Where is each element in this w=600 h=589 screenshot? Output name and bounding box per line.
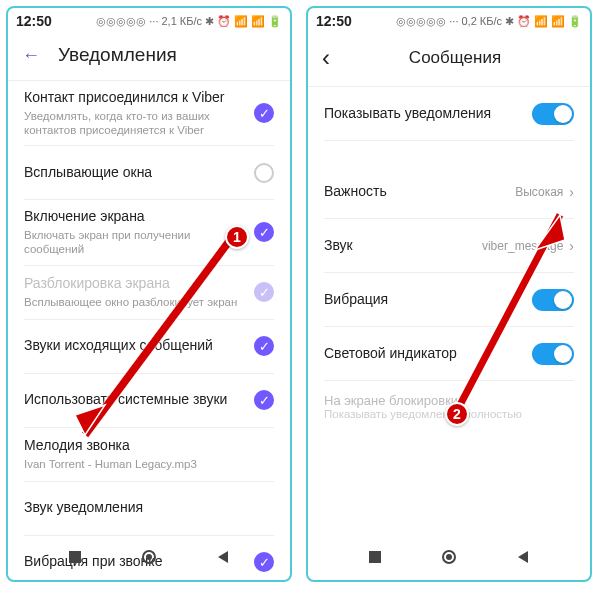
list-item[interactable]: Световой индикатор (324, 327, 574, 381)
phone-left: 12:50 ◎◎◎◎◎··· 2,1 КБ/с ✱ ⏰ 📶 📶 🔋 ← Увед… (6, 6, 292, 582)
chevron-right-icon: › (569, 238, 574, 254)
toggle-switch[interactable] (532, 103, 574, 125)
row-subtitle: Ivan Torrent - Human Legacy.mp3 (24, 457, 264, 471)
toggle-switch[interactable] (532, 289, 574, 311)
row-title: Всплывающие окна (24, 164, 244, 182)
status-icons: ◎◎◎◎◎··· 2,1 КБ/с ✱ ⏰ 📶 📶 🔋 (96, 15, 282, 28)
list-item[interactable]: Контакт присоединился к ViberУведомлять,… (24, 81, 274, 146)
list-item[interactable]: Разблокировка экранаВсплывающее окно раз… (24, 266, 274, 320)
svg-point-2 (146, 554, 152, 560)
header: ‹ Сообщения (308, 34, 590, 87)
row-title: Звук (324, 237, 472, 255)
list-item[interactable]: Звуки исходящих сообщений✓ (24, 320, 274, 374)
nav-back-icon[interactable] (216, 550, 230, 564)
row-title: Световой индикатор (324, 345, 522, 363)
page-title: Уведомления (58, 44, 177, 66)
statusbar: 12:50 ◎◎◎◎◎··· 2,1 КБ/с ✱ ⏰ 📶 📶 🔋 (8, 8, 290, 34)
row-title: Разблокировка экрана (24, 275, 244, 293)
checkbox-icon[interactable]: ✓ (254, 390, 274, 410)
checkbox-icon[interactable]: ✓ (254, 222, 274, 242)
checkbox-icon[interactable]: ✓ (254, 103, 274, 123)
status-time: 12:50 (16, 13, 52, 29)
list-item[interactable]: Использовать системные звуки✓ (24, 374, 274, 428)
settings-list: Контакт присоединился к ViberУведомлять,… (8, 81, 290, 582)
checkbox-icon[interactable]: ✓ (254, 336, 274, 356)
bluetooth-icon: ✱ (205, 15, 214, 28)
wifi-icon: 📶 (251, 15, 265, 28)
row-title: Показывать уведомления (324, 105, 522, 123)
row-title: Мелодия звонка (24, 437, 264, 455)
status-icons: ◎◎◎◎◎··· 0,2 КБ/с ✱⏰📶📶 🔋 (396, 15, 582, 28)
checkbox-icon[interactable] (254, 163, 274, 183)
row-subtitle: Уведомлять, когда кто-то из ваших контак… (24, 109, 244, 138)
toggle-switch[interactable] (532, 343, 574, 365)
list-item[interactable]: Показывать уведомления (324, 87, 574, 141)
signal-icon: 📶 (234, 15, 248, 28)
svg-marker-7 (518, 551, 528, 563)
nav-back-icon[interactable] (516, 550, 530, 564)
svg-rect-4 (369, 551, 381, 563)
list-item[interactable]: Звукviber_message› (324, 219, 574, 273)
alarm-icon: ⏰ (217, 15, 231, 28)
header: ← Уведомления (8, 34, 290, 81)
row-subtitle: Включать экран при получении сообщений (24, 228, 244, 257)
row-title: Звук уведомления (24, 499, 264, 517)
nav-bar (308, 540, 590, 574)
row-title: Важность (324, 183, 505, 201)
page-title: Сообщения (320, 48, 590, 68)
row-title: Использовать системные звуки (24, 391, 244, 409)
nav-recents-icon[interactable] (368, 550, 382, 564)
nav-recents-icon[interactable] (68, 550, 82, 564)
list-item[interactable]: Мелодия звонкаIvan Torrent - Human Legac… (24, 428, 274, 482)
svg-marker-3 (218, 551, 228, 563)
list-item[interactable]: ВажностьВысокая› (324, 165, 574, 219)
checkbox-icon[interactable]: ✓ (254, 282, 274, 302)
nav-bar (8, 540, 290, 574)
settings-list: Показывать уведомленияВажностьВысокая›Зв… (308, 87, 590, 420)
row-title: Контакт присоединился к Viber (24, 89, 244, 107)
back-icon[interactable]: ← (22, 45, 40, 66)
chevron-right-icon: › (569, 184, 574, 200)
list-item[interactable]: Всплывающие окна (24, 146, 274, 200)
phone-right: 12:50 ◎◎◎◎◎··· 0,2 КБ/с ✱⏰📶📶 🔋 ‹ Сообщен… (306, 6, 592, 582)
svg-rect-0 (69, 551, 81, 563)
row-title: Звуки исходящих сообщений (24, 337, 244, 355)
annotation-badge-1: 1 (225, 225, 249, 249)
list-item[interactable]: Вибрация (324, 273, 574, 327)
row-title: Включение экрана (24, 208, 244, 226)
nav-home-icon[interactable] (142, 550, 156, 564)
statusbar: 12:50 ◎◎◎◎◎··· 0,2 КБ/с ✱⏰📶📶 🔋 (308, 8, 590, 34)
list-item[interactable]: Звук уведомления (24, 482, 274, 536)
row-value: Высокая (515, 185, 563, 199)
battery-icon: 🔋 (268, 15, 282, 28)
row-value: viber_message (482, 239, 563, 253)
annotation-badge-2: 2 (445, 402, 469, 426)
row-title: Вибрация (324, 291, 522, 309)
row-subtitle: Всплывающее окно разблокирует экран (24, 295, 244, 309)
svg-point-6 (446, 554, 452, 560)
status-time: 12:50 (316, 13, 352, 29)
nav-home-icon[interactable] (442, 550, 456, 564)
